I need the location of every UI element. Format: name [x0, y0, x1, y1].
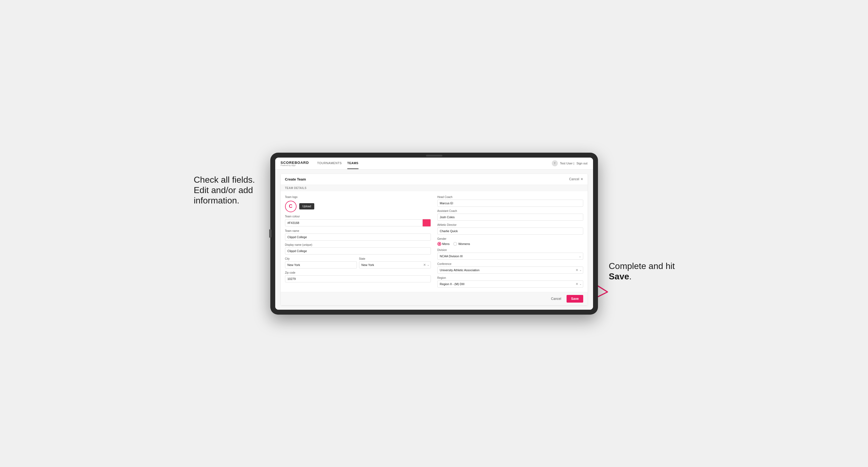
left-annotation: Check all fields. Edit and/or add inform…: [194, 175, 265, 206]
city-label: City: [285, 257, 357, 260]
app-header: SCOREBOARD Powered by clippi TOURNAMENTS…: [275, 158, 593, 169]
division-label: Division: [437, 249, 583, 251]
gender-label: Gender: [437, 237, 583, 240]
nav-tab-teams[interactable]: TEAMS: [347, 158, 359, 169]
section-label: TEAM DETAILS: [281, 185, 588, 191]
panel-title: Create Team: [285, 177, 306, 181]
team-colour-group: Team colour: [285, 215, 431, 227]
division-group: Division NCAA Division III ⌄: [437, 249, 583, 260]
logo-upload-area: C Upload: [285, 201, 431, 212]
team-name-label: Team name: [285, 229, 431, 232]
logo-area: SCOREBOARD Powered by clippi: [281, 161, 309, 166]
assistant-coach-input[interactable]: [437, 214, 583, 221]
state-label: State: [359, 257, 431, 260]
create-team-panel: Create Team Cancel ✕ TEAM DETAILS: [281, 174, 588, 305]
cancel-label: Cancel: [569, 177, 579, 181]
team-logo-group: Team logo C Upload: [285, 195, 431, 212]
gender-radio-group: Mens Womens: [437, 242, 583, 246]
right-annotation: Complete and hit Save.: [609, 261, 680, 282]
footer-cancel-button[interactable]: Cancel: [548, 295, 564, 302]
conference-select[interactable]: University Athletic Association: [437, 267, 583, 274]
cancel-close-button[interactable]: Cancel ✕: [569, 177, 583, 181]
display-name-label: Display name (unique): [285, 243, 431, 246]
gender-womens-option[interactable]: Womens: [453, 242, 470, 246]
app-logo-sub: Powered by clippi: [281, 164, 309, 166]
tablet-frame: SCOREBOARD Powered by clippi TOURNAMENTS…: [270, 153, 598, 315]
head-coach-group: Head Coach: [437, 195, 583, 207]
gender-mens-option[interactable]: Mens: [437, 242, 450, 246]
region-group: Region Region II - (M) DIII ✕ ⌄: [437, 276, 583, 287]
zip-code-group: Zip code: [285, 271, 431, 282]
header-right: T Test User | Sign out: [552, 160, 588, 166]
tablet-screen: SCOREBOARD Powered by clippi TOURNAMENTS…: [275, 158, 593, 310]
gender-mens-label: Mens: [442, 242, 450, 246]
region-select-wrapper: Region II - (M) DIII ✕ ⌄: [437, 280, 583, 287]
athletic-director-input[interactable]: [437, 227, 583, 235]
conference-group: Conference University Athletic Associati…: [437, 262, 583, 274]
footer-save-button[interactable]: Save: [566, 295, 583, 303]
city-input[interactable]: [285, 261, 357, 269]
athletic-director-label: Athletic Director: [437, 223, 583, 226]
panel-footer: Cancel Save: [281, 292, 588, 305]
left-annotation-text: Check all fields. Edit and/or add inform…: [194, 175, 255, 206]
gender-group: Gender Mens Womens: [437, 237, 583, 246]
head-coach-input[interactable]: [437, 199, 583, 207]
nav-tabs: TOURNAMENTS TEAMS: [317, 158, 552, 169]
region-label: Region: [437, 276, 583, 279]
state-select-wrapper: New York ✕ ⌄: [359, 261, 431, 269]
athletic-director-group: Athletic Director: [437, 223, 583, 235]
team-colour-input[interactable]: [285, 219, 423, 226]
colour-swatch[interactable]: [423, 219, 431, 227]
conference-label: Conference: [437, 262, 583, 266]
gender-womens-radio[interactable]: [453, 242, 457, 246]
city-group: City: [285, 257, 357, 269]
state-group: State New York ✕ ⌄: [359, 257, 431, 269]
region-select[interactable]: Region II - (M) DIII: [437, 280, 583, 287]
team-name-input[interactable]: [285, 234, 431, 241]
team-colour-label: Team colour: [285, 215, 431, 218]
city-state-row: City State New York: [285, 257, 431, 269]
head-coach-label: Head Coach: [437, 195, 583, 198]
assistant-coach-group: Assistant Coach: [437, 210, 583, 221]
city-state-group: City State New York: [285, 257, 431, 269]
team-name-group: Team name: [285, 229, 431, 241]
colour-input-wrapper: [285, 219, 431, 227]
nav-tab-tournaments[interactable]: TOURNAMENTS: [317, 158, 342, 169]
logo-circle: C: [285, 201, 297, 212]
zip-input[interactable]: [285, 275, 431, 282]
form-body: Team logo C Upload Team colour: [281, 191, 588, 292]
gender-womens-label: Womens: [458, 242, 470, 246]
close-icon: ✕: [581, 177, 583, 181]
display-name-input[interactable]: [285, 247, 431, 254]
left-column: Team logo C Upload Team colour: [285, 195, 431, 287]
display-name-group: Display name (unique): [285, 243, 431, 254]
gender-mens-radio[interactable]: [437, 242, 441, 246]
app-logo: SCOREBOARD: [281, 161, 309, 165]
zip-label: Zip code: [285, 271, 431, 274]
state-select[interactable]: New York: [359, 261, 431, 269]
division-select[interactable]: NCAA Division III: [437, 253, 583, 260]
conference-select-wrapper: University Athletic Association ✕ ⌄: [437, 267, 583, 274]
upload-button[interactable]: Upload: [299, 203, 314, 210]
main-content: Create Team Cancel ✕ TEAM DETAILS: [275, 169, 593, 310]
team-logo-label: Team logo: [285, 195, 431, 198]
panel-header: Create Team Cancel ✕: [281, 174, 588, 185]
user-name: Test User |: [560, 162, 574, 165]
user-avatar: T: [552, 160, 558, 166]
assistant-coach-label: Assistant Coach: [437, 210, 583, 213]
division-select-wrapper: NCAA Division III ⌄: [437, 253, 583, 260]
sign-out-link[interactable]: Sign out: [577, 162, 587, 165]
right-column: Head Coach Assistant Coach Athletic Dire…: [437, 195, 583, 287]
